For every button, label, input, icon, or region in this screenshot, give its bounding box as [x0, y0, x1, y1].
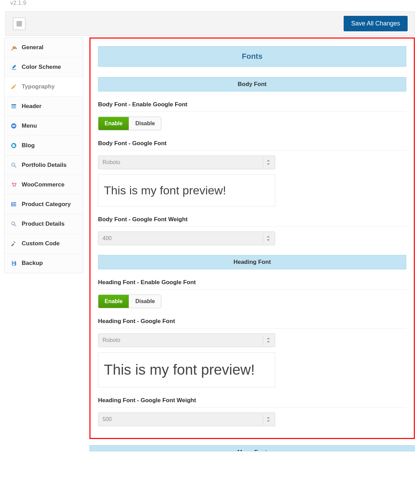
- svg-line-17: [14, 225, 16, 226]
- sidebar-item-label: General: [22, 44, 43, 51]
- svg-rect-18: [13, 261, 15, 262]
- topbar: Save All Changes: [5, 11, 415, 36]
- section-heading-body-font: Body Font: [98, 77, 406, 92]
- heading-font-preview: This is my font preview!: [98, 352, 275, 387]
- field-label: Body Font - Google Font Weight: [98, 216, 406, 227]
- sidebar-item-label: Typography: [22, 83, 55, 90]
- save-all-button[interactable]: Save All Changes: [344, 16, 408, 31]
- paint-icon: [11, 64, 17, 70]
- field-label: Heading Font - Google Font: [98, 318, 406, 329]
- sidebar-item-woocommerce[interactable]: WooCommerce: [4, 175, 83, 195]
- heading-font-select[interactable]: Roboto: [98, 333, 275, 347]
- save-icon: [11, 260, 17, 266]
- disable-button[interactable]: Disable: [129, 295, 161, 308]
- sidebar-item-custom-code[interactable]: Custom Code: [4, 234, 83, 254]
- field-label: Heading Font - Google Font Weight: [98, 397, 406, 408]
- version-label: v2.1.9: [0, 0, 420, 11]
- enable-button[interactable]: Enable: [98, 295, 129, 308]
- disable-button[interactable]: Disable: [129, 117, 161, 130]
- svg-rect-19: [13, 264, 15, 265]
- chevron-updown-icon: [263, 158, 273, 167]
- svg-rect-6: [12, 127, 15, 127]
- svg-rect-5: [12, 126, 15, 126]
- svg-rect-12: [11, 202, 12, 206]
- sidebar-item-product-details[interactable]: Product Details: [4, 214, 83, 234]
- chevron-updown-icon: [263, 234, 273, 243]
- body-font-weight-select[interactable]: 400: [98, 232, 275, 245]
- sidebar-item-label: Backup: [22, 260, 43, 267]
- sidebar-item-label: Custom Code: [22, 240, 60, 247]
- magnifier-icon: [11, 162, 17, 168]
- sidebar-item-label: Blog: [22, 142, 35, 149]
- select-value: Roboto: [103, 159, 120, 165]
- svg-point-10: [13, 186, 13, 187]
- svg-rect-13: [13, 202, 16, 203]
- magnifier-icon: [11, 221, 17, 227]
- heading-font-weight-select[interactable]: 500: [98, 412, 275, 426]
- sidebar-item-label: Product Category: [22, 201, 71, 208]
- section-heading-heading-font: Heading Font: [98, 255, 406, 269]
- panel-title: Fonts: [98, 46, 406, 67]
- sidebar-item-header[interactable]: Header: [4, 97, 83, 116]
- body-font-preview: This is my font preview!: [98, 174, 275, 206]
- hammer-icon: [11, 240, 17, 247]
- settings-sidebar: General Color Scheme Typography Header: [4, 37, 83, 273]
- tools-icon: [11, 44, 17, 51]
- sidebar-item-label: Portfolio Details: [22, 162, 66, 169]
- layout-icon: [11, 103, 17, 109]
- heading-font-enable-toggle: Enable Disable: [98, 294, 161, 308]
- enable-button[interactable]: Enable: [98, 117, 129, 130]
- sidebar-item-label: WooCommerce: [22, 181, 64, 188]
- select-value: 400: [103, 235, 112, 241]
- blog-icon: [11, 142, 17, 149]
- svg-line-9: [14, 166, 16, 168]
- section-heading-menu-font: Menu Font: [89, 445, 415, 451]
- svg-point-16: [12, 222, 15, 225]
- sidebar-item-label: Color Scheme: [22, 64, 61, 71]
- chevron-updown-icon: [263, 335, 273, 345]
- sidebar-item-product-category[interactable]: Product Category: [4, 195, 83, 214]
- svg-rect-1: [11, 106, 16, 107]
- select-value: 500: [103, 416, 112, 422]
- field-label: Body Font - Google Font: [98, 140, 406, 151]
- svg-point-11: [15, 186, 15, 187]
- sidebar-item-menu[interactable]: Menu: [4, 116, 83, 136]
- sidebar-item-blog[interactable]: Blog: [4, 136, 83, 156]
- svg-rect-0: [11, 104, 16, 105]
- list-icon: [11, 201, 17, 207]
- pencil-icon: [11, 84, 17, 90]
- svg-rect-15: [13, 205, 16, 206]
- svg-rect-14: [13, 204, 16, 205]
- select-value: Roboto: [103, 337, 120, 343]
- sidebar-item-general[interactable]: General: [4, 38, 83, 57]
- svg-point-8: [12, 163, 15, 166]
- cart-icon: [11, 182, 17, 188]
- body-font-enable-toggle: Enable Disable: [98, 117, 161, 130]
- sidebar-item-color-scheme[interactable]: Color Scheme: [4, 57, 83, 77]
- sidebar-item-backup[interactable]: Backup: [4, 254, 83, 273]
- field-label: Heading Font - Enable Google Font: [98, 279, 406, 290]
- sidebar-item-typography[interactable]: Typography: [4, 77, 83, 97]
- menu-icon: [11, 123, 17, 129]
- sidebar-item-label: Product Details: [22, 221, 65, 227]
- chevron-updown-icon: [263, 415, 273, 424]
- svg-rect-4: [12, 125, 15, 126]
- sidebar-item-portfolio-details[interactable]: Portfolio Details: [4, 156, 83, 175]
- sidebar-item-label: Menu: [22, 122, 37, 129]
- settings-panel: Fonts Body Font Body Font - Enable Googl…: [89, 37, 415, 439]
- svg-rect-2: [11, 107, 16, 108]
- panel-collapse-button[interactable]: [13, 18, 25, 30]
- body-font-select[interactable]: Roboto: [98, 156, 275, 169]
- field-label: Body Font - Enable Google Font: [98, 101, 406, 112]
- sidebar-item-label: Header: [22, 103, 42, 110]
